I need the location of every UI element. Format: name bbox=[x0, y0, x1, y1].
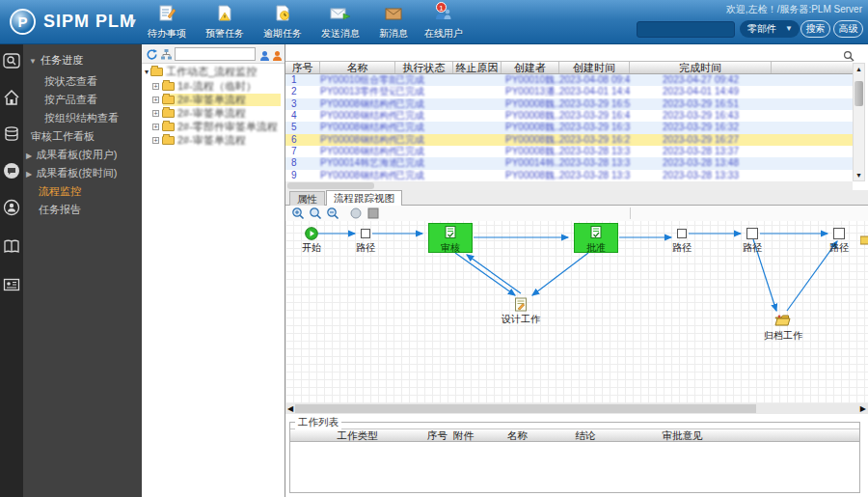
scroll-down-icon[interactable]: ▼ bbox=[854, 172, 864, 179]
global-search-input[interactable] bbox=[637, 21, 735, 38]
path-node-3[interactable] bbox=[746, 228, 758, 239]
tree-expand-icon[interactable] bbox=[152, 97, 159, 103]
overdue-tasks-button[interactable]: 逾期任务 bbox=[255, 5, 311, 41]
user-filter-orange-icon[interactable] bbox=[272, 48, 283, 66]
app-menu-caret-icon[interactable]: ▼ bbox=[128, 16, 138, 27]
cell-creator: PY00008魏... bbox=[502, 170, 559, 181]
col-terminate-reason[interactable]: 终止原因 bbox=[453, 62, 502, 73]
new-messages-button[interactable]: 新消息 bbox=[366, 5, 421, 41]
cell-reason bbox=[453, 110, 502, 122]
search-category-dropdown[interactable]: 零部件 ▼ bbox=[740, 20, 800, 38]
wl-col-seq[interactable]: 序号 bbox=[424, 429, 450, 441]
menu-item-task-report[interactable]: 任务报告 bbox=[23, 202, 142, 218]
advanced-search-button[interactable]: 高级 bbox=[833, 20, 863, 38]
zoom-in-icon[interactable] bbox=[291, 207, 305, 220]
tree-node-label: 2#-审签单流程 bbox=[177, 133, 246, 148]
col-finished-time[interactable]: 完成时间 bbox=[630, 62, 772, 73]
tree-expand-icon[interactable] bbox=[152, 110, 159, 117]
fit-view-icon[interactable] bbox=[366, 207, 380, 220]
book-icon[interactable] bbox=[3, 238, 20, 256]
review-activity-node[interactable]: 审核 bbox=[428, 223, 473, 253]
org-tree-icon[interactable] bbox=[160, 47, 173, 65]
warning-tasks-button[interactable]: 预警任务 bbox=[197, 5, 253, 41]
tree-expand-icon[interactable] bbox=[152, 137, 159, 144]
table-row[interactable]: 7 PY00008钢结构件通用设计... 已完成 PY00008魏... 202… bbox=[285, 146, 853, 157]
support-user-icon[interactable] bbox=[3, 199, 20, 216]
wl-col-name[interactable]: 名称 bbox=[476, 429, 558, 441]
menu-item-review-board[interactable]: 审核工作看板 bbox=[23, 128, 142, 145]
scroll-thumb[interactable] bbox=[854, 81, 863, 106]
user-filter-blue-icon[interactable] bbox=[259, 48, 270, 66]
id-card-icon[interactable] bbox=[3, 276, 20, 293]
worklist-header-row: 工作类型 序号 附件 名称 结论 审批意见 bbox=[290, 428, 859, 442]
search-button[interactable]: 搜索 bbox=[800, 20, 830, 38]
tree-expand-icon[interactable] bbox=[152, 83, 159, 90]
table-row[interactable]: 9 PY00008钢结构件通用设计... 已完成 PY00008魏... 202… bbox=[285, 170, 853, 181]
menu-group-task-progress[interactable]: ▼任务进度 bbox=[23, 52, 142, 69]
approve-activity-node[interactable]: 批准 bbox=[574, 223, 618, 253]
table-row[interactable]: 2 PY00013零件登记补齐流... 已完成 PY00013潘... 2023… bbox=[285, 86, 853, 97]
tree-expand-icon[interactable] bbox=[152, 124, 159, 130]
archive-work-icon[interactable] bbox=[774, 313, 791, 330]
cell-creator: PY00008魏... bbox=[502, 122, 559, 133]
menu-item-view-by-status[interactable]: 按状态查看 bbox=[23, 73, 142, 90]
tab-process-tracking-view[interactable]: 流程跟踪视图 bbox=[326, 190, 402, 206]
col-name[interactable]: 名称 bbox=[320, 62, 395, 73]
tree-node[interactable]: 2#-审签单流程 bbox=[152, 107, 283, 120]
menu-item-view-by-org[interactable]: 按组织结构查看 bbox=[23, 110, 142, 126]
col-created-time[interactable]: 创建时间 bbox=[559, 62, 630, 73]
scroll-thumb[interactable] bbox=[295, 404, 756, 413]
zoom-out-icon[interactable] bbox=[326, 207, 339, 220]
todo-items-button[interactable]: 待办事项 bbox=[139, 5, 195, 41]
table-horizontal-scrollbar[interactable] bbox=[285, 181, 853, 190]
cell-creator: PY00014韩... bbox=[502, 157, 559, 169]
chat-icon[interactable] bbox=[3, 162, 20, 179]
scroll-up-icon[interactable]: ▲ bbox=[854, 66, 864, 72]
tree-node[interactable]: 2#-零部件审签单流程 bbox=[152, 121, 283, 133]
tree-filter-input[interactable] bbox=[175, 47, 256, 61]
zoom-reset-icon[interactable] bbox=[309, 207, 322, 220]
col-creator[interactable]: 创建者 bbox=[502, 62, 559, 73]
wl-col-approval-opinion[interactable]: 审批意见 bbox=[612, 429, 752, 441]
diagram-horizontal-scrollbar[interactable]: ◀ ▶ bbox=[285, 403, 868, 414]
tree-expanded-caret-icon[interactable]: ▾ bbox=[145, 68, 149, 76]
refresh-icon[interactable] bbox=[146, 47, 158, 65]
table-row[interactable]: 1 PY00010组合零部件2023... 已完成 PY00010魏... 20… bbox=[285, 74, 853, 86]
scroll-left-icon[interactable]: ◀ bbox=[287, 403, 293, 414]
path-node-1[interactable] bbox=[361, 229, 370, 238]
col-exec-status[interactable]: 执行状态 bbox=[395, 62, 453, 73]
cell-reason bbox=[453, 74, 502, 86]
scroll-thumb[interactable] bbox=[287, 182, 374, 189]
path-node-2[interactable] bbox=[677, 229, 687, 238]
home-icon[interactable] bbox=[3, 89, 20, 106]
wl-col-work-type[interactable]: 工作类型 bbox=[290, 429, 424, 441]
table-vertical-scrollbar[interactable]: ▲ ▼ bbox=[853, 63, 865, 181]
scroll-right-icon[interactable]: ▶ bbox=[860, 403, 866, 414]
menu-item-process-monitor[interactable]: 流程监控 bbox=[23, 183, 142, 200]
overview-sphere-icon[interactable] bbox=[349, 207, 363, 220]
tree-node-selected[interactable]: 2#-审签单流程 bbox=[152, 94, 283, 106]
menu-group-results-by-user[interactable]: ▶成果看板(按用户) bbox=[23, 147, 142, 163]
table-row[interactable]: 4 PY00008钢结构件设计变更... 已完成 PY00008魏... 202… bbox=[285, 110, 853, 122]
process-flow-canvas[interactable]: 开始 路径 审核 批准 路径 路径 路径 设计工作 bbox=[285, 221, 868, 403]
icon-rail bbox=[0, 44, 23, 497]
send-message-button[interactable]: 发送消息 bbox=[312, 5, 368, 41]
menu-item-view-by-product[interactable]: 按产品查看 bbox=[23, 92, 142, 108]
online-users-button[interactable]: 1 在线用户 bbox=[416, 5, 472, 41]
table-row[interactable]: 8 PY00014韩艺海通用设计... 已完成 PY00014韩... 2023… bbox=[285, 157, 853, 169]
table-row-selected[interactable]: 6 PY00008钢结构件通用设计... 已完成 PY00008魏... 202… bbox=[285, 134, 853, 146]
col-seq[interactable]: 序号 bbox=[285, 62, 320, 73]
tree-root-node[interactable]: ▾ 工作动态_流程监控 bbox=[145, 66, 283, 78]
quick-search-icon[interactable] bbox=[3, 53, 20, 70]
table-row[interactable]: 3 PY00008钢结构件通用设计... 已完成 PY00008魏... 202… bbox=[285, 98, 853, 110]
tree-node[interactable]: 1#-流程（临时） bbox=[152, 80, 283, 93]
wl-col-attachment[interactable]: 附件 bbox=[450, 429, 476, 441]
tab-properties[interactable]: 属性 bbox=[289, 191, 325, 206]
menu-group-results-by-time[interactable]: ▶成果看板(按时间) bbox=[23, 165, 142, 181]
database-icon[interactable] bbox=[3, 125, 20, 143]
cell-status: 已完成 bbox=[395, 110, 453, 122]
tree-node[interactable]: 2#-审签单流程 bbox=[152, 134, 283, 147]
path-node-4[interactable] bbox=[833, 228, 845, 239]
table-row[interactable]: 5 PY00008钢结构件设计变更... 已完成 PY00008魏... 202… bbox=[285, 122, 853, 133]
wl-col-conclusion[interactable]: 结论 bbox=[558, 429, 612, 441]
